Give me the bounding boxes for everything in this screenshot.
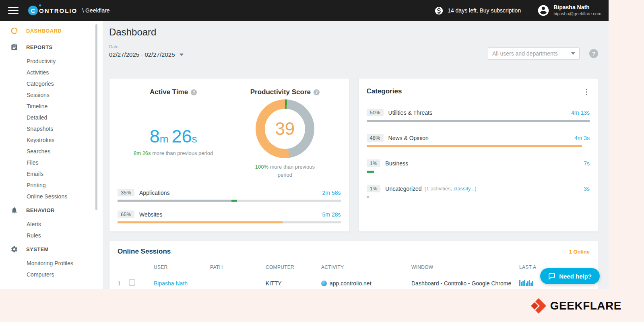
sidebar-scrollbar[interactable] xyxy=(95,24,97,210)
need-help-button[interactable]: Need help? xyxy=(540,268,600,284)
col-header-path[interactable]: PATH xyxy=(210,264,266,270)
sidebar-section-reports[interactable]: REPORTS xyxy=(0,39,103,56)
applications-percent-chip: 35% xyxy=(118,189,134,196)
geekflare-wordmark: GEEKFLARE xyxy=(550,299,621,312)
productivity-score-help-icon[interactable]: ? xyxy=(314,89,320,95)
row-computer: KITTY xyxy=(266,280,321,287)
row-user-link[interactable]: Bipasha Nath xyxy=(154,280,210,287)
bell-icon xyxy=(10,206,18,214)
col-header-user[interactable]: USER xyxy=(154,264,210,270)
sidebar-item-printing[interactable]: Printing xyxy=(0,180,103,191)
col-header-computer[interactable]: COMPUTER xyxy=(266,264,321,270)
applications-stat-row: 35% Applications 2m 58s xyxy=(118,189,341,196)
category-time: 3s xyxy=(584,186,590,192)
productivity-donut-chart: 39 xyxy=(256,99,314,158)
logo-text: ONTROLIO xyxy=(39,7,77,14)
sidebar-item-online-sessions[interactable]: Online Sessions xyxy=(0,191,103,202)
buy-subscription-link[interactable]: 14 days left, Buy subscription xyxy=(434,6,521,15)
logo-c-badge: C xyxy=(28,6,38,15)
chat-bubble-icon xyxy=(548,272,555,280)
category-label: Business xyxy=(385,160,408,167)
category-bar xyxy=(367,145,590,147)
sidebar-item-activities[interactable]: Activities xyxy=(0,67,103,78)
sidebar-item-snapshots[interactable]: Snapshots xyxy=(0,123,103,134)
active-time-help-icon[interactable]: ? xyxy=(191,89,197,95)
sidebar-item-sessions[interactable]: Sessions xyxy=(0,89,103,101)
date-range-value: 02/27/2025 - 02/27/2025 xyxy=(109,51,175,58)
sidebar-item-timeline[interactable]: Timeline xyxy=(0,101,103,112)
dollar-coin-icon xyxy=(434,6,444,15)
row-window: Dashboard - Controlio - Google Chrome xyxy=(411,280,519,287)
active-time-title: Active Time xyxy=(150,88,188,96)
active-time-delta: 8m 26s more than previous period xyxy=(134,150,213,156)
category-bar xyxy=(367,196,590,198)
users-filter-dropdown[interactable]: All users and departments xyxy=(488,47,580,60)
category-time: 7s xyxy=(584,160,590,167)
filters-row: Date 02/27/2025 - 02/27/2025 All users a… xyxy=(109,44,598,60)
sidebar-item-alerts[interactable]: Alerts xyxy=(0,219,103,230)
geekflare-watermark: GEEKFLARE xyxy=(530,298,621,314)
main-content: Dashboard Date 02/27/2025 - 02/27/2025 A… xyxy=(103,21,609,289)
controlio-logo[interactable]: C ONTROLIO xyxy=(28,6,77,15)
col-header-window[interactable]: WINDOW xyxy=(411,264,519,270)
gear-icon xyxy=(10,246,18,253)
classify-link[interactable]: classify... xyxy=(454,186,475,192)
chevron-down-icon xyxy=(571,52,575,55)
date-range-selector[interactable]: Date 02/27/2025 - 02/27/2025 xyxy=(109,44,184,58)
sidebar-item-categories[interactable]: Categories xyxy=(0,78,103,89)
user-info: Bipasha Nath bipasha@geekflare.com xyxy=(553,4,601,17)
row-checkbox[interactable] xyxy=(129,279,135,286)
page-title: Dashboard xyxy=(109,27,598,38)
sidebar-item-searches[interactable]: Searches xyxy=(0,146,103,157)
topbar-right: 14 days left, Buy subscription Bipasha N… xyxy=(434,4,601,17)
user-menu[interactable]: Bipasha Nath bipasha@geekflare.com xyxy=(537,4,601,17)
categories-menu-icon[interactable] xyxy=(584,87,590,97)
row-activity: app.controlio.net xyxy=(330,280,372,287)
websites-label: Websites xyxy=(139,211,162,218)
sidebar-item-files[interactable]: Files xyxy=(0,157,103,168)
sidebar-item-rules[interactable]: Rules xyxy=(0,230,103,241)
websites-percent-chip: 65% xyxy=(118,211,134,218)
category-row: 48% News & Opinion 4m 3s xyxy=(367,134,590,147)
chevron-down-icon xyxy=(180,54,184,56)
user-email: bipasha@geekflare.com xyxy=(553,11,601,17)
category-bar xyxy=(367,171,590,173)
users-filter-value: All users and departments xyxy=(492,50,558,57)
controlio-app-window: C ONTROLIO \ Geekflare 14 days left, Buy… xyxy=(0,0,609,289)
hamburger-menu-icon[interactable] xyxy=(8,7,19,14)
clipboard-icon xyxy=(10,43,18,51)
col-header-activity[interactable]: ACTIVITY xyxy=(321,264,411,270)
category-time: 4m 3s xyxy=(574,135,590,141)
sidebar-section-behavior[interactable]: BEHAVIOR xyxy=(0,202,103,219)
category-percent-chip: 48% xyxy=(367,134,384,142)
category-row: 1% Uncategorized (1 activities, classify… xyxy=(367,185,590,198)
topbar: C ONTROLIO \ Geekflare 14 days left, Buy… xyxy=(0,0,609,21)
sidebar-section-system[interactable]: SYSTEM xyxy=(0,241,103,258)
logo-dot xyxy=(39,4,41,6)
sidebar: DASHBOARD REPORTS Productivity Activitie… xyxy=(0,21,103,289)
online-count-badge: 1 Online xyxy=(569,249,590,255)
date-label: Date xyxy=(109,44,184,49)
category-row: 1% Business 7s xyxy=(367,159,590,173)
sessions-table-header: USER PATH COMPUTER ACTIVITY WINDOW LAST … xyxy=(118,264,590,275)
category-percent-chip: 50% xyxy=(367,109,384,116)
sidebar-label-system: SYSTEM xyxy=(26,246,49,252)
category-label: Uncategorized xyxy=(385,186,421,192)
avatar-icon xyxy=(537,4,550,17)
sidebar-item-dashboard[interactable]: DASHBOARD xyxy=(0,23,103,39)
productivity-score-title: Productivity Score xyxy=(250,88,311,96)
productivity-score-delta: 100% more than previous period xyxy=(249,163,321,179)
category-label: Utilities & Threats xyxy=(388,109,432,116)
sidebar-item-detailed[interactable]: Detailed xyxy=(0,112,103,123)
sidebar-item-monitoring-profiles[interactable]: Monitoring Profiles xyxy=(0,258,103,269)
sidebar-item-emails[interactable]: Emails xyxy=(0,168,103,180)
sidebar-item-keystrokes[interactable]: Keystrokes xyxy=(0,134,103,146)
sidebar-item-productivity[interactable]: Productivity xyxy=(0,56,103,67)
active-time-value: 8m26s xyxy=(150,126,197,147)
sidebar-label-dashboard: DASHBOARD xyxy=(26,28,62,34)
category-row: 50% Utilities & Threats 4m 13s xyxy=(367,109,590,122)
websites-time: 5m 28s xyxy=(322,211,341,218)
sidebar-item-computers[interactable]: Computers xyxy=(0,269,103,280)
page-help-icon[interactable]: ? xyxy=(589,49,598,58)
category-label: News & Opinion xyxy=(388,135,429,141)
